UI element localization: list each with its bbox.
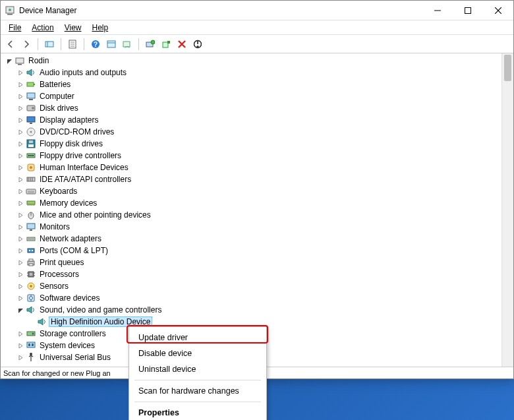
chevron-right-icon[interactable] [16, 341, 25, 350]
ctx-properties[interactable]: Properties [129, 405, 266, 420]
tree-category[interactable]: DVD/CD-ROM drives [13, 126, 501, 138]
tree-category[interactable]: Network adapters [13, 233, 501, 245]
chevron-right-icon[interactable] [16, 115, 25, 125]
chevron-right-icon[interactable] [16, 151, 25, 160]
tree-category[interactable]: Mice and other pointing devices [13, 209, 501, 221]
tree-category[interactable]: Floppy disk drives [13, 138, 501, 150]
chevron-right-icon[interactable] [16, 68, 25, 77]
details-toggle-button[interactable] [104, 37, 119, 51]
svg-rect-15 [107, 41, 115, 47]
show-hidden-button[interactable] [42, 37, 57, 51]
menu-view[interactable]: View [59, 22, 87, 34]
tree-category[interactable]: Keyboards [13, 185, 501, 197]
chevron-right-icon[interactable] [16, 198, 25, 208]
chevron-right-icon[interactable] [16, 92, 25, 101]
menu-help[interactable]: Help [87, 22, 114, 34]
sensor-icon [26, 281, 36, 291]
tree-category[interactable]: Software devices [13, 292, 501, 304]
svg-rect-39 [29, 140, 33, 143]
scrollbar-thumb[interactable] [504, 55, 511, 81]
chevron-down-icon[interactable] [5, 56, 14, 65]
svg-rect-1 [7, 14, 13, 15]
back-button[interactable] [3, 37, 18, 51]
tree-category[interactable]: Sound, video and game controllers [13, 304, 501, 316]
chevron-right-icon[interactable] [16, 246, 25, 255]
tree-root[interactable]: Rodin [2, 55, 501, 67]
update-driver-button[interactable] [143, 37, 157, 51]
tree-category[interactable]: Print queues [13, 256, 501, 268]
hid-icon [26, 162, 36, 173]
chevron-right-icon[interactable] [16, 210, 25, 220]
properties-button[interactable] [65, 37, 80, 51]
ctx-update-driver[interactable]: Update driver [129, 330, 266, 345]
battery-icon [26, 79, 36, 90]
svg-rect-74 [30, 273, 32, 276]
maximize-button[interactable] [453, 1, 483, 20]
svg-point-80 [30, 285, 32, 287]
close-button[interactable] [483, 1, 513, 20]
mouse-icon [26, 210, 36, 220]
chevron-right-icon[interactable] [16, 282, 25, 291]
tree-category[interactable]: Ports (COM & LPT) [13, 245, 501, 256]
ctx-uninstall-device[interactable]: Uninstall device [129, 361, 266, 377]
svg-rect-17 [123, 42, 130, 47]
help-button[interactable]: ? [88, 37, 103, 51]
chevron-right-icon[interactable] [16, 187, 25, 196]
svg-rect-72 [29, 264, 33, 266]
tree-category[interactable]: Computer [13, 90, 501, 102]
chevron-right-icon[interactable] [16, 80, 25, 89]
tree-category[interactable]: Processors [13, 268, 501, 280]
svg-rect-40 [28, 144, 34, 147]
tree-category[interactable]: Batteries [13, 78, 501, 90]
tree-category[interactable]: Human Interface Devices [13, 162, 501, 173]
tree-category[interactable]: Sensors [13, 280, 501, 292]
computer-icon [26, 91, 36, 102]
ctx-scan-hardware[interactable]: Scan for hardware changes [129, 383, 266, 399]
uninstall-button[interactable] [175, 37, 189, 51]
tree-category[interactable]: Display adapters [13, 114, 501, 126]
tree-category[interactable]: Monitors [13, 221, 501, 233]
chevron-right-icon[interactable] [16, 353, 25, 362]
device-manager-icon [5, 5, 15, 16]
tree-category[interactable]: Audio inputs and outputs [13, 67, 501, 78]
tree-category[interactable]: IDE ATA/ATAPI controllers [13, 173, 501, 185]
ide-icon [26, 174, 36, 185]
tree-category-label: Display adapters [39, 115, 99, 125]
context-menu: Update driver Disable device Uninstall d… [128, 326, 267, 420]
chevron-right-icon[interactable] [16, 175, 25, 184]
chevron-right-icon[interactable] [16, 329, 25, 338]
vertical-scrollbar[interactable] [501, 53, 513, 367]
chevron-right-icon[interactable] [16, 163, 25, 172]
chevron-right-icon[interactable] [16, 104, 25, 113]
menu-action[interactable]: Action [26, 22, 59, 34]
tree-category-label: Floppy drive controllers [39, 151, 122, 160]
svg-rect-29 [34, 84, 35, 85]
disable-button[interactable] [190, 37, 205, 51]
display-icon [26, 115, 36, 125]
chevron-right-icon[interactable] [16, 293, 25, 303]
menu-file[interactable]: File [3, 22, 26, 34]
chevron-right-icon[interactable] [16, 270, 25, 279]
svg-rect-43 [30, 155, 32, 156]
minimize-button[interactable] [422, 1, 453, 20]
chevron-right-icon[interactable] [16, 234, 25, 243]
svg-rect-31 [29, 99, 33, 100]
add-legacy-button[interactable] [159, 37, 173, 51]
chevron-right-icon[interactable] [16, 222, 25, 231]
tree-category[interactable]: Disk drives [13, 102, 501, 114]
forward-button[interactable] [19, 37, 34, 51]
tree-category-label: Memory devices [39, 198, 98, 208]
tree-category[interactable]: Floppy drive controllers [13, 150, 501, 162]
scan-button[interactable] [120, 37, 134, 51]
tree-category-label: Keyboards [39, 187, 78, 196]
ctx-disable-device[interactable]: Disable device [129, 345, 266, 361]
chevron-down-icon[interactable] [16, 305, 25, 315]
chevron-right-icon[interactable] [16, 127, 25, 136]
chevron-right-icon[interactable] [16, 258, 25, 267]
svg-rect-54 [27, 201, 35, 204]
device-tree[interactable]: RodinAudio inputs and outputsBatteriesCo… [1, 53, 501, 367]
speaker-icon [26, 305, 36, 315]
tree-device-label: High Definition Audio Device [49, 316, 152, 327]
chevron-right-icon[interactable] [16, 139, 25, 148]
tree-category[interactable]: Memory devices [13, 197, 501, 209]
